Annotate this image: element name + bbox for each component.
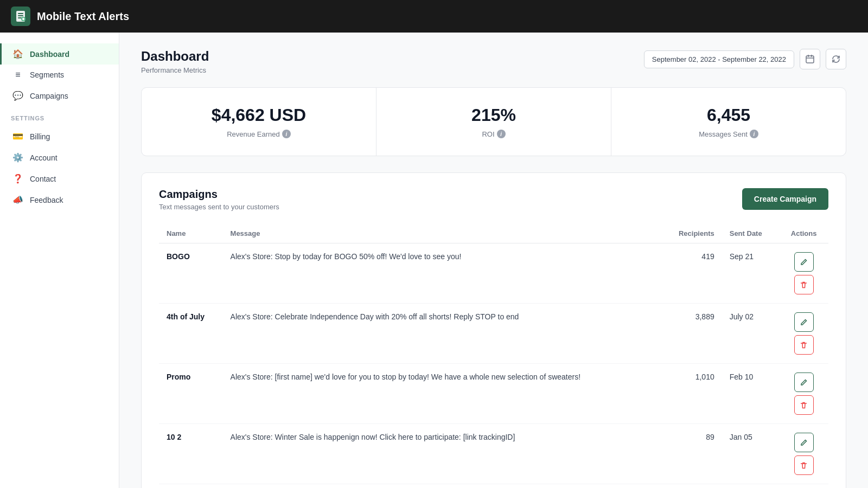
main-layout: 🏠 Dashboard≡ Segments💬 Campaigns SETTING… [0, 33, 868, 488]
metric-card-0: $4,662 USD Revenue Earned i [142, 88, 376, 156]
metrics-row: $4,662 USD Revenue Earned i 215% ROI i 6… [141, 87, 846, 156]
sidebar-item-campaigns[interactable]: 💬 Campaigns [0, 85, 119, 106]
info-icon-2[interactable]: i [750, 130, 758, 138]
sidebar-item-label: Dashboard [30, 50, 69, 59]
delete-button-3[interactable] [794, 455, 814, 475]
sidebar-item-contact[interactable]: ❓ Contact [0, 168, 119, 189]
sidebar-item-label: Feedback [30, 196, 63, 204]
campaigns-title-group: Campaigns Text messages sent to your cus… [159, 188, 279, 211]
header-actions: September 02, 2022 - September 22, 2022 [644, 49, 846, 69]
campaigns-section: Campaigns Text messages sent to your cus… [141, 172, 846, 488]
sidebar-item-label: Account [30, 153, 58, 162]
metric-label-1: ROI i [398, 130, 589, 138]
settings-section-label: SETTINGS [0, 106, 119, 126]
metric-value-1: 215% [398, 105, 589, 125]
table-header-row: Name Message Recipients Sent Date Action… [159, 224, 828, 243]
delete-button-2[interactable] [794, 395, 814, 415]
col-name: Name [159, 224, 223, 243]
svg-rect-3 [18, 17, 22, 18]
campaign-actions-1 [779, 304, 828, 364]
campaign-recipients-0: 419 [661, 243, 722, 304]
table-row: Promo Alex's Store: [first name] we'd lo… [159, 364, 828, 424]
svg-rect-7 [806, 56, 814, 63]
page-title: Dashboard [141, 49, 209, 64]
edit-button-0[interactable] [794, 252, 814, 272]
campaign-recipients-1: 3,889 [661, 304, 722, 364]
campaign-actions-0 [779, 243, 828, 304]
metric-value-0: $4,662 USD [163, 105, 354, 125]
campaign-sent-date-1: July 02 [722, 304, 780, 364]
svg-rect-6 [22, 18, 25, 20]
campaign-message-1: Alex's Store: Celebrate Independence Day… [223, 304, 661, 364]
col-message: Message [223, 224, 661, 243]
metric-value-2: 6,455 [633, 105, 824, 125]
metric-card-1: 215% ROI i [376, 88, 611, 156]
campaign-recipients-2: 1,010 [661, 364, 722, 424]
table-row: 10 2 Alex's Store: Winter Sale is happen… [159, 424, 828, 484]
campaign-message-0: Alex's Store: Stop by today for BOGO 50%… [223, 243, 661, 304]
campaign-actions-3 [779, 424, 828, 484]
campaign-name-3: 10 2 [159, 424, 223, 484]
metric-label-2: Messages Sent i [633, 130, 824, 138]
calendar-icon-btn[interactable] [800, 49, 820, 69]
sidebar-item-segments[interactable]: ≡ Segments [0, 65, 119, 85]
page-subtitle: Performance Metrics [141, 66, 209, 74]
sidebar-item-feedback[interactable]: 📣 Feedback [0, 189, 119, 210]
main-content: Dashboard Performance Metrics September … [119, 33, 868, 488]
date-range-text: September 02, 2022 - September 22, 2022 [652, 55, 786, 63]
campaign-sent-date-2: Feb 10 [722, 364, 780, 424]
svg-rect-1 [18, 13, 23, 14]
col-sent-date: Sent Date [722, 224, 780, 243]
table-row: 4th of July Alex's Store: Celebrate Inde… [159, 304, 828, 364]
info-icon-1[interactable]: i [497, 130, 506, 138]
sidebar: 🏠 Dashboard≡ Segments💬 Campaigns SETTING… [0, 33, 119, 488]
edit-button-2[interactable] [794, 373, 814, 392]
campaigns-title: Campaigns [159, 188, 279, 201]
sidebar-item-label: Segments [30, 70, 64, 79]
campaign-sent-date-0: Sep 21 [722, 243, 780, 304]
sidebar-item-label: Contact [30, 175, 56, 183]
sidebar-item-billing[interactable]: 💳 Billing [0, 126, 119, 147]
campaign-actions-2 [779, 364, 828, 424]
sidebar-item-label: Billing [30, 132, 50, 141]
info-icon-0[interactable]: i [282, 130, 291, 138]
sidebar-item-dashboard[interactable]: 🏠 Dashboard [0, 43, 119, 65]
feedback-icon: 📣 [12, 195, 23, 205]
sidebar-item-label: Campaigns [30, 92, 68, 100]
page-title-group: Dashboard Performance Metrics [141, 49, 209, 74]
billing-icon: 💳 [12, 131, 23, 142]
edit-button-3[interactable] [794, 433, 814, 452]
campaign-recipients-3: 89 [661, 424, 722, 484]
campaign-name-1: 4th of July [159, 304, 223, 364]
refresh-icon-btn[interactable] [826, 49, 846, 69]
date-range-picker[interactable]: September 02, 2022 - September 22, 2022 [644, 50, 794, 68]
app-title: Mobile Text Alerts [37, 10, 129, 23]
campaigns-table: Name Message Recipients Sent Date Action… [159, 224, 828, 484]
create-campaign-button[interactable]: Create Campaign [742, 188, 828, 210]
app-logo: Mobile Text Alerts [11, 7, 129, 26]
delete-button-0[interactable] [794, 275, 814, 294]
metric-card-2: 6,455 Messages Sent i [611, 88, 846, 156]
page-header: Dashboard Performance Metrics September … [141, 49, 846, 74]
svg-rect-2 [18, 15, 23, 16]
col-actions: Actions [779, 224, 828, 243]
segments-icon: ≡ [12, 70, 23, 80]
campaigns-header: Campaigns Text messages sent to your cus… [159, 188, 828, 211]
edit-button-1[interactable] [794, 312, 814, 332]
campaign-sent-date-3: Jan 05 [722, 424, 780, 484]
table-row: BOGO Alex's Store: Stop by today for BOG… [159, 243, 828, 304]
app-logo-icon [11, 7, 30, 26]
top-bar: Mobile Text Alerts [0, 0, 868, 33]
campaign-message-3: Alex's Store: Winter Sale is happenign n… [223, 424, 661, 484]
dashboard-icon: 🏠 [12, 49, 23, 59]
campaign-message-2: Alex's Store: [first name] we'd love for… [223, 364, 661, 424]
delete-button-1[interactable] [794, 335, 814, 355]
col-recipients: Recipients [661, 224, 722, 243]
sidebar-item-account[interactable]: ⚙️ Account [0, 147, 119, 168]
campaign-name-0: BOGO [159, 243, 223, 304]
campaign-name-2: Promo [159, 364, 223, 424]
campaigns-subtitle: Text messages sent to your customers [159, 203, 279, 211]
account-icon: ⚙️ [12, 152, 23, 163]
campaigns-icon: 💬 [12, 91, 23, 101]
contact-icon: ❓ [12, 174, 23, 184]
